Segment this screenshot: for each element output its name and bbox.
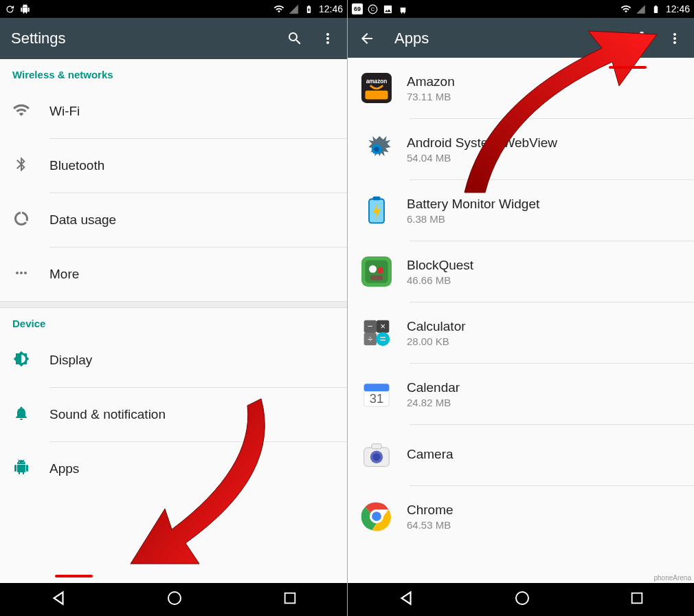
- svg-rect-5: [366, 91, 388, 100]
- webview-icon: [360, 133, 393, 166]
- app-name: Battery Monitor Widget: [407, 197, 539, 212]
- settings-item-data-usage[interactable]: Data usage: [0, 193, 347, 247]
- nav-bar: [348, 583, 694, 616]
- bluetooth-icon: [12, 156, 30, 175]
- nav-bar: [0, 583, 347, 616]
- apps-content[interactable]: amazon Amazon 73.11 MB Android System We…: [348, 58, 694, 583]
- app-name: Android System WebView: [407, 135, 557, 151]
- app-item-battery[interactable]: Battery Monitor Widget 6.38 MB: [348, 180, 694, 241]
- app-size: 54.04 MB: [407, 152, 557, 164]
- battery-icon: [651, 3, 662, 14]
- back-button[interactable]: [359, 30, 375, 47]
- wifi-status-icon: [620, 3, 631, 14]
- apps-icon: [12, 459, 30, 478]
- app-size: 73.11 MB: [407, 91, 455, 102]
- settings-item-apps[interactable]: Apps: [0, 442, 347, 496]
- app-name: Camera: [407, 447, 454, 462]
- sound-icon: [12, 405, 30, 424]
- app-size: 64.53 MB: [407, 519, 454, 531]
- svg-point-0: [168, 592, 181, 604]
- svg-point-13: [369, 265, 377, 273]
- svg-rect-35: [632, 593, 642, 604]
- settings-content[interactable]: Wireless & networks Wi-Fi Bluetooth Data…: [0, 59, 347, 583]
- svg-text:C: C: [370, 6, 374, 12]
- badge-icon: 69: [352, 3, 363, 14]
- app-bar-settings: Settings: [0, 18, 347, 59]
- settings-item-sound[interactable]: Sound & notification: [0, 388, 347, 441]
- app-name: Calculator: [407, 319, 466, 334]
- settings-item-more[interactable]: More: [0, 248, 347, 301]
- svg-text:×: ×: [380, 321, 385, 331]
- svg-rect-10: [373, 197, 381, 201]
- phone-settings: 12:46 Settings Wireless & networks Wi-Fi…: [0, 0, 347, 616]
- signal-icon: [636, 3, 647, 14]
- app-size: 6.38 MB: [407, 213, 539, 225]
- svg-rect-28: [372, 444, 382, 449]
- battery-icon: [304, 3, 315, 14]
- camera-icon: [360, 439, 393, 472]
- nav-recent[interactable]: [629, 591, 645, 608]
- android-icon: [397, 3, 408, 14]
- image-icon: [382, 3, 393, 14]
- status-time: 12:46: [319, 3, 343, 14]
- android-icon: [19, 3, 30, 14]
- app-size: 46.66 MB: [407, 274, 473, 286]
- svg-rect-1: [284, 593, 295, 604]
- settings-item-display[interactable]: Display: [0, 333, 347, 387]
- svg-point-14: [377, 267, 383, 274]
- nav-back[interactable]: [49, 589, 67, 610]
- settings-label: Sound & notification: [49, 407, 166, 422]
- app-name: Amazon: [407, 74, 455, 89]
- nav-home[interactable]: [166, 590, 183, 609]
- app-name: Calendar: [407, 380, 460, 395]
- overflow-menu-button[interactable]: [320, 30, 336, 47]
- calendar-icon: 31: [360, 377, 393, 410]
- svg-text:31: 31: [370, 391, 383, 406]
- status-time: 12:46: [666, 3, 690, 14]
- chrome-icon: [360, 500, 393, 533]
- data-usage-icon: [12, 210, 30, 230]
- app-item-camera[interactable]: Camera: [348, 425, 694, 485]
- amazon-icon: amazon: [360, 72, 393, 104]
- signal-icon: [289, 3, 300, 14]
- app-size: 24.82 MB: [407, 397, 460, 408]
- section-device: Device: [0, 308, 347, 333]
- settings-label: Data usage: [49, 212, 116, 228]
- nav-home[interactable]: [514, 590, 530, 609]
- nav-back[interactable]: [397, 589, 415, 610]
- app-bar-apps: Apps: [348, 18, 694, 59]
- app-item-calendar[interactable]: 31 Calendar 24.82 MB: [348, 364, 694, 424]
- wifi-status-icon: [273, 3, 284, 14]
- search-button[interactable]: [287, 30, 303, 47]
- svg-text:amazon: amazon: [366, 78, 388, 85]
- gear-button[interactable]: [634, 30, 650, 47]
- app-size: 28.00 KB: [407, 336, 466, 347]
- nav-recent[interactable]: [282, 591, 298, 608]
- phone-apps: 69 C 12:46 Apps amazon Amazon: [347, 0, 694, 616]
- annotation-underline: [609, 66, 647, 69]
- status-bar: 69 C 12:46: [348, 0, 694, 18]
- svg-point-34: [516, 592, 528, 604]
- svg-text:−: −: [368, 321, 373, 331]
- svg-text:÷: ÷: [368, 334, 372, 344]
- refresh-icon: [4, 3, 15, 14]
- settings-item-bluetooth[interactable]: Bluetooth: [0, 139, 347, 192]
- svg-point-8: [374, 146, 379, 151]
- app-item-calculator[interactable]: −×÷= Calculator 28.00 KB: [348, 302, 694, 363]
- app-item-blockquest[interactable]: BlockQuest 46.66 MB: [348, 241, 694, 302]
- app-item-chrome[interactable]: Chrome 64.53 MB: [348, 486, 694, 547]
- svg-point-30: [373, 453, 381, 461]
- settings-label: Wi-Fi: [49, 104, 80, 119]
- app-item-webview[interactable]: Android System WebView 54.04 MB: [348, 119, 694, 179]
- page-title: Apps: [394, 30, 429, 47]
- watermark: phoneArena: [654, 574, 692, 582]
- app-name: BlockQuest: [407, 258, 473, 273]
- settings-label: Display: [49, 353, 92, 368]
- app-name: Chrome: [407, 503, 454, 518]
- calculator-icon: −×÷=: [360, 316, 393, 349]
- overflow-menu-button[interactable]: [667, 30, 683, 47]
- status-bar: 12:46: [0, 0, 347, 18]
- settings-item-wifi[interactable]: Wi-Fi: [0, 85, 347, 138]
- annotation-underline: [55, 575, 93, 578]
- settings-label: Bluetooth: [49, 158, 104, 173]
